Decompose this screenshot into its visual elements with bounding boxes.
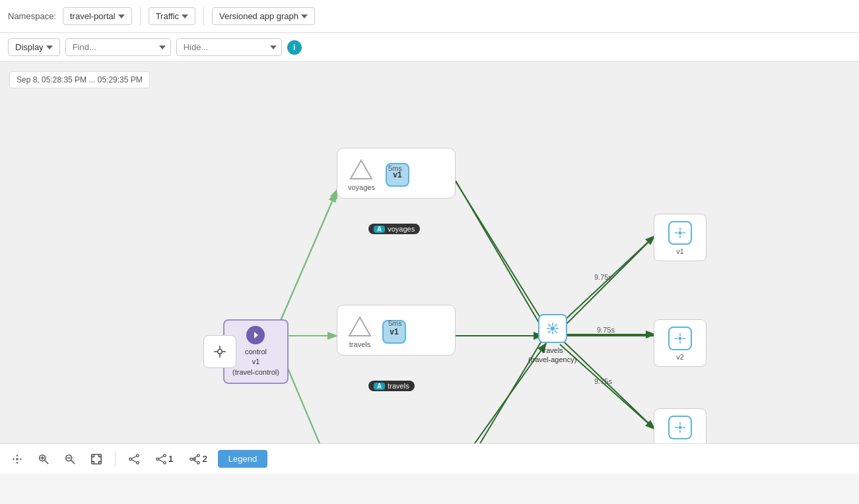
svg-line-70 (158, 459, 163, 462)
chevron-down-icon (118, 15, 125, 18)
svg-line-15 (450, 173, 545, 326)
travels-triangle-icon (348, 315, 372, 338)
svg-line-8 (565, 342, 654, 428)
voyages-triangle-icon (349, 158, 373, 181)
traffic-dropdown[interactable]: Traffic (149, 7, 195, 25)
chevron-down-icon (46, 46, 53, 49)
svg-point-48 (679, 426, 682, 429)
top-bar: Namespace: travel-portal Traffic Version… (0, 0, 859, 33)
svg-point-43 (679, 337, 682, 340)
control-hub-icon (203, 335, 236, 368)
svg-point-71 (190, 458, 193, 460)
ta-edge-v3-label: 9.75s (594, 377, 612, 385)
graph-node-icon (155, 453, 167, 465)
svg-line-6 (565, 237, 654, 326)
svg-point-66 (156, 458, 159, 460)
svg-point-68 (164, 461, 166, 464)
hide-input[interactable] (176, 38, 282, 56)
fit-icon (90, 453, 102, 465)
travels-triangle-node: travels (348, 315, 372, 348)
ta-edge-v2-label: 9.75s (597, 326, 615, 334)
divider (115, 451, 116, 467)
svg-point-76 (194, 458, 196, 460)
voyages-edge-label: 5ms (388, 164, 402, 172)
svg-point-67 (164, 454, 166, 457)
ta-v2-hub-icon (673, 332, 687, 345)
svg-point-29 (550, 327, 555, 331)
ta-v3-hub-icon (673, 421, 687, 434)
find-chevron-icon (159, 46, 166, 49)
svg-point-62 (137, 454, 139, 457)
svg-line-65 (131, 459, 136, 462)
svg-point-38 (679, 232, 682, 235)
divider (203, 7, 204, 26)
zoom-in-btn[interactable] (33, 449, 54, 470)
graph-node-2-btn[interactable]: 2 (184, 449, 212, 470)
hide-chevron-icon (270, 46, 277, 49)
fit-btn[interactable] (86, 449, 107, 470)
display-dropdown[interactable]: Display (8, 38, 60, 56)
svg-point-72 (197, 454, 200, 457)
graph-nodes-icon (189, 453, 201, 465)
travels-edge-label: 5ms (388, 319, 402, 327)
pan-icon (11, 453, 23, 465)
ta-v1-node[interactable]: v1 (654, 214, 706, 261)
svg-rect-60 (92, 454, 101, 463)
graph-type-dropdown[interactable]: Versioned app graph (212, 7, 315, 25)
svg-line-36 (555, 324, 557, 326)
graph-layout-btn[interactable] (123, 449, 145, 470)
chevron-down-icon (301, 15, 308, 18)
svg-line-37 (548, 331, 550, 332)
svg-line-54 (45, 460, 48, 463)
svg-marker-26 (351, 160, 372, 179)
svg-point-63 (137, 461, 139, 464)
timestamp-box: Sep 8, 05:28:35 PM ... 05:29:35 PM (9, 71, 150, 88)
svg-marker-27 (349, 317, 370, 336)
svg-line-9 (274, 194, 335, 336)
voyages-triangle-node: voyages (348, 158, 375, 191)
info-icon[interactable]: i (287, 40, 302, 55)
hub-center-icon (545, 321, 560, 336)
graph-edges (0, 62, 859, 474)
svg-line-69 (158, 456, 163, 458)
ta-v2-node[interactable]: v2 (654, 319, 706, 367)
svg-line-34 (548, 324, 550, 326)
voyages-tag-badge: A voyages (368, 224, 420, 234)
control-arrow-icon (246, 326, 265, 344)
svg-line-0 (274, 191, 337, 336)
svg-line-58 (71, 460, 75, 463)
travels-group-box: travels v1 (337, 305, 456, 356)
voyages-group-box: voyages v1 (337, 148, 456, 199)
ta-v1-hub-icon (673, 226, 687, 239)
zoom-in-icon (38, 453, 50, 465)
svg-point-73 (197, 461, 200, 464)
find-input[interactable] (65, 38, 171, 56)
svg-line-3 (456, 181, 545, 332)
bottom-bar: 1 2 Legend (0, 443, 859, 474)
svg-point-21 (218, 350, 223, 354)
control-node[interactable]: control v1 (travel-control) (223, 319, 289, 384)
svg-line-35 (555, 331, 557, 332)
namespace-dropdown[interactable]: travel-portal (63, 7, 132, 25)
second-bar: Display i (0, 33, 859, 62)
zoom-out-icon (64, 453, 76, 465)
chevron-down-icon (182, 15, 188, 18)
graph-area: Sep 8, 05:28:35 PM ... 05:29:35 PM contr… (0, 62, 859, 474)
graph-node-1-btn[interactable]: 1 (150, 449, 178, 470)
svg-point-61 (129, 458, 132, 460)
travel-agency-center[interactable]: travels (travel-agency) (528, 314, 576, 365)
namespace-label: Namespace: (8, 11, 56, 21)
graph-icon (128, 453, 140, 465)
pan-icon-btn[interactable] (7, 449, 28, 470)
zoom-out-btn[interactable] (59, 449, 81, 470)
travels-tag-badge: A travels (368, 381, 415, 391)
legend-btn[interactable]: Legend (218, 450, 267, 468)
divider (140, 7, 141, 26)
ta-edge-v1-label: 9.75s (594, 273, 612, 281)
svg-line-64 (131, 456, 136, 458)
